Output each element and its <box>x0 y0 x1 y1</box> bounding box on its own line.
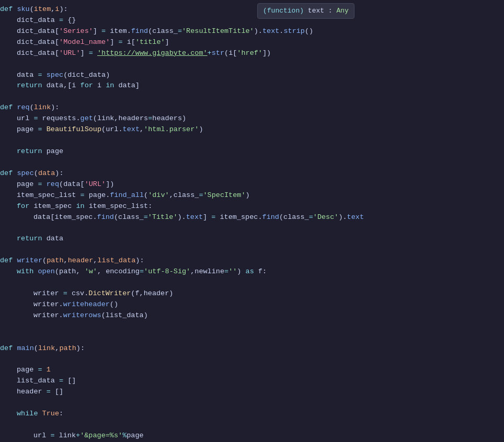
code-line: data = spec(dict_data) <box>0 70 504 81</box>
code-editor: (function) text : Any def sku(item,i): d… <box>0 0 504 442</box>
code-line: url = link+'&page=%s'%page <box>0 431 504 441</box>
code-line: writer.writeheader() <box>0 299 504 310</box>
tooltip-colon: : <box>328 7 337 15</box>
code-line: return page <box>0 146 504 157</box>
code-line: writer = csv.DictWriter(f,header) <box>0 288 504 299</box>
code-line: def main(link,path): <box>0 343 504 354</box>
tooltip: (function) text : Any <box>257 3 354 19</box>
code-line: dict_data['Series'] = item.find(class_='… <box>0 26 504 37</box>
code-line: def spec(data): <box>0 168 504 179</box>
code-line: def writer(path,header,list_data): <box>0 255 504 266</box>
code-line: dict_data = {} <box>0 15 504 26</box>
code-line: writer.writerows(list_data) <box>0 310 504 321</box>
code-line: def sku(item,i): <box>0 4 504 15</box>
tooltip-param-name: text <box>308 7 324 15</box>
code-line: for item_spec in item_spec_list: <box>0 201 504 212</box>
code-line: page = req(data['URL']) <box>0 179 504 190</box>
code-line: while True: <box>0 409 504 420</box>
code-line: with open(path, 'w', encoding='utf-8-Sig… <box>0 266 504 277</box>
code-line: dict_data['URL'] = 'https://www.gigabyte… <box>0 48 504 59</box>
code-line: def req(link): <box>0 102 504 113</box>
code-line: page = 1 <box>0 365 504 376</box>
code-line: page = BeautifulSoup(url.text,'html.pars… <box>0 124 504 135</box>
code-line: return data <box>0 234 504 245</box>
code-line: header = [] <box>0 387 504 398</box>
code-line: list_data = [] <box>0 376 504 387</box>
code-line: url = requests.get(link,headers=headers) <box>0 113 504 124</box>
tooltip-type: Any <box>336 7 348 15</box>
code-line: data[item_spec.find(class_='Title').text… <box>0 212 504 223</box>
code-line: dict_data['Model_name'] = i['title'] <box>0 37 504 48</box>
code-line: item_spec_list = page.find_all('div',cla… <box>0 190 504 201</box>
code-line: return data,[i for i in data] <box>0 80 504 91</box>
tooltip-function-keyword: (function) <box>263 7 304 15</box>
